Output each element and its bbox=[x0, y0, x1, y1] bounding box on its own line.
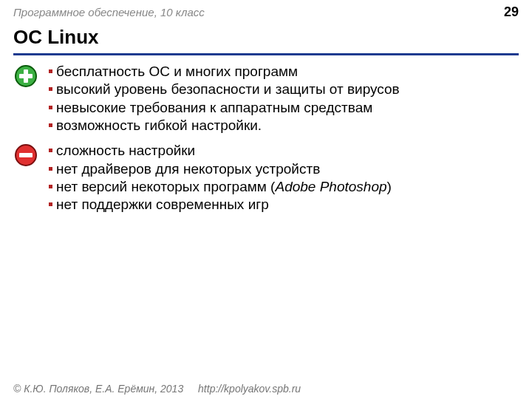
title-block: ОС Linux bbox=[0, 20, 532, 55]
list-item: высокий уровень безопасности и защиты от… bbox=[49, 81, 400, 98]
minus-icon bbox=[13, 142, 38, 167]
svg-rect-2 bbox=[24, 69, 28, 83]
page-title: ОС Linux bbox=[13, 26, 519, 52]
footer: © К.Ю. Поляков, Е.А. Ерёмин, 2013 http:/… bbox=[13, 383, 301, 395]
pros-section: бесплатность ОС и многих программ высоки… bbox=[13, 63, 519, 134]
footer-url: http://kpolyakov.spb.ru bbox=[198, 383, 301, 395]
page-number: 29 bbox=[504, 4, 519, 20]
cons-section: сложность настройки нет драйверов для не… bbox=[13, 142, 519, 214]
list-item: невысокие требования к аппаратным средст… bbox=[49, 99, 400, 117]
content: бесплатность ОС и многих программ высоки… bbox=[0, 55, 532, 214]
list-item: нет версий некоторых программ (Adobe Pho… bbox=[49, 178, 392, 196]
list-item: нет поддержки современных игр bbox=[49, 196, 392, 214]
plus-icon bbox=[13, 63, 38, 88]
copyright: © К.Ю. Поляков, Е.А. Ерёмин, 2013 bbox=[13, 383, 183, 395]
pros-list: бесплатность ОС и многих программ высоки… bbox=[49, 63, 400, 134]
slide-header: Программное обеспечение, 10 класс 29 bbox=[0, 0, 532, 20]
svg-rect-4 bbox=[19, 153, 33, 157]
list-item: бесплатность ОС и многих программ bbox=[49, 63, 400, 81]
breadcrumb: Программное обеспечение, 10 класс bbox=[13, 6, 205, 18]
cons-list: сложность настройки нет драйверов для не… bbox=[49, 142, 392, 214]
list-item: нет драйверов для некоторых устройств bbox=[49, 160, 392, 178]
list-item: сложность настройки bbox=[49, 142, 392, 160]
list-item: возможность гибкой настройки. bbox=[49, 117, 400, 134]
